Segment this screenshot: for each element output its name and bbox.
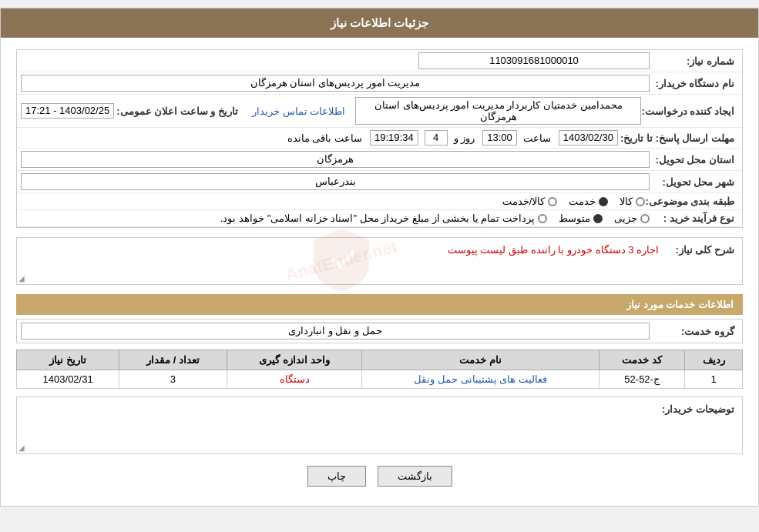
cell-unit: دستگاه [227,370,362,389]
city-value: بندرعباس [21,173,650,190]
cell-date: 1403/02/31 [17,370,119,389]
need-description-value: اجاره 3 دستگاه خودرو با راننده طبق لیست … [17,238,665,262]
category-options: کالا خدمت کالا/خدمت [502,196,646,207]
purchase-type-motavaset-label: متوسط [559,212,590,224]
services-table: ردیف کد خدمت نام خدمت واحد اندازه گیری ت… [16,350,743,389]
buyer-org-row: نام دستگاه خریدار: مدیریت امور پردیس‌های… [17,72,742,95]
need-number-value: 1103091681000010 [418,52,650,69]
purchase-type-jozi-label: جزیی [614,212,637,224]
col-unit: واحد اندازه گیری [227,350,362,370]
purchase-type-jozi-radio [640,214,650,223]
col-quantity: تعداد / مقدار [119,350,227,370]
province-label: استان محل تحویل: [650,154,742,166]
category-row: طبقه بندی موضوعی: کالا خدمت کالا/خدمت [17,193,742,210]
category-kala-radio [636,197,645,206]
need-number-row: شماره نیاز: 1103091681000010 [17,50,742,72]
buyer-notes-container: توضیحات خریدار: ◢ [16,396,743,454]
page-title: جزئیات اطلاعات نیاز [331,16,428,29]
creator-label: ایجاد کننده درخواست: [641,105,742,117]
buyer-org-label: نام دستگاه خریدار: [650,78,742,89]
service-name-link[interactable]: فعالیت های پشتیبانی حمل ونقل [414,373,546,385]
back-button[interactable]: بازگشت [378,466,452,487]
buyer-org-value: مدیریت امور پردیس‌های استان هرمزگان [21,75,650,92]
creator-row: ایجاد کننده درخواست: محمدامین خدمتیان کا… [17,95,742,128]
city-label: شهر محل تحویل: [650,176,742,188]
purchase-type-asnad-radio [538,214,547,223]
cell-row-num: 1 [685,370,743,389]
col-date: تاریخ نیاز [17,350,119,370]
services-section-title: اطلاعات خدمات مورد نیاز [16,294,743,315]
response-time-value: 13:00 [482,130,517,146]
response-deadline-row: مهلت ارسال پاسخ: تا تاریخ: 1403/02/30 سا… [17,128,742,149]
purchase-type-row: نوع فرآیند خرید : جزیی متوسط پرداخت تمام… [17,210,742,227]
cell-service-name: فعالیت های پشتیبانی حمل ونقل [362,370,599,389]
response-time-label: ساعت [523,132,551,144]
need-number-label: شماره نیاز: [650,55,742,67]
purchase-type-asnad-label: پرداخت تمام یا بخشی از مبلغ خریداز محل "… [220,212,535,224]
category-khedmat-radio [599,197,608,206]
notes-resize-handle: ◢ [18,443,25,452]
need-description-container: شرح کلی نیاز: AnatEnder.net اجاره 3 دستگ… [16,237,743,285]
content-area: شماره نیاز: 1103091681000010 نام دستگاه … [1,38,758,506]
purchase-type-motavaset-radio [593,214,603,223]
service-group-label: گروه خدمت: [650,326,742,337]
page-wrapper: جزئیات اطلاعات نیاز شماره نیاز: 11030916… [0,8,759,507]
announce-date-value: 1403/02/25 - 17:21 [21,103,114,119]
button-bar: بازگشت چاپ [16,466,743,487]
response-remaining-time: 19:19:34 [370,130,418,146]
announce-date-label: تاریخ و ساعت اعلان عمومی: [116,105,246,117]
category-kala-khedmat-label: کالا/خدمت [502,196,546,207]
print-button[interactable]: چاپ [307,466,366,487]
purchase-type-options: جزیی متوسط پرداخت تمام یا بخشی از مبلغ خ… [220,212,650,224]
city-row: شهر محل تحویل: بندرعباس [17,171,742,193]
col-row-num: ردیف [685,350,743,370]
main-info-box: شماره نیاز: 1103091681000010 نام دستگاه … [16,49,743,228]
col-service-code: کد خدمت [599,350,684,370]
unit-value: دستگاه [280,373,310,385]
category-kala: کالا [620,196,645,207]
category-kala-label: کالا [620,196,633,207]
response-remaining-label: ساعت باقی مانده [287,132,362,144]
page-header: جزئیات اطلاعات نیاز [1,8,758,38]
category-khedmat: خدمت [569,196,608,207]
creator-value: محمدامین خدمتیان کاربردار مدیریت امور پر… [355,97,641,125]
response-date-value: 1403/02/30 [559,130,618,146]
category-kala-khedmat-radio [548,197,557,206]
province-value: هرمزگان [21,151,650,168]
response-day-label: روز و [454,132,475,144]
purchase-type-jozi: جزیی [614,212,650,224]
category-kala-khedmat: کالا/خدمت [502,196,558,207]
col-service-name: نام خدمت [362,350,599,370]
buyer-notes-label: توضیحات خریدار: [662,397,742,415]
resize-handle: ◢ [18,274,25,283]
purchase-type-motavaset: متوسط [559,212,603,224]
province-row: استان محل تحویل: هرمزگان [17,149,742,171]
buyer-notes-textarea[interactable] [17,397,662,451]
cell-quantity: 3 [119,370,227,389]
need-description-label: شرح کلی نیاز: [665,238,742,256]
purchase-type-asnad: پرداخت تمام یا بخشی از مبلغ خریداز محل "… [220,212,547,224]
table-row: 1 ج-52-52 فعالیت های پشتیبانی حمل ونقل د… [17,370,743,389]
contact-link[interactable]: اطلاعات تماس خریدار [252,105,345,117]
response-days-value: 4 [425,130,448,146]
category-khedmat-label: خدمت [569,196,596,207]
response-deadline-label: مهلت ارسال پاسخ: تا تاریخ: [620,132,742,144]
cell-service-code: ج-52-52 [599,370,684,389]
purchase-type-label: نوع فرآیند خرید : [650,212,742,224]
service-group-row: گروه خدمت: حمل و نقل و انبارداری [16,319,743,343]
category-label: طبقه بندی موضوعی: [645,196,742,207]
service-group-value: حمل و نقل و انبارداری [21,323,650,340]
